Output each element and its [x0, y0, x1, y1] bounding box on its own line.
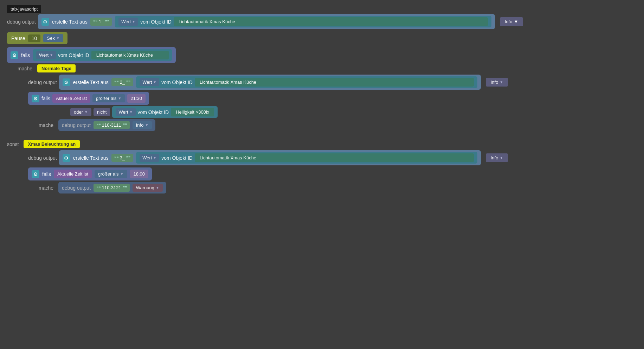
pause-unit-arrow: ▼	[56, 36, 60, 40]
wert-dropdown-1[interactable]: Wert ▼	[118, 18, 138, 26]
aktuelle-zeit-pill-3: Aktuelle Zeit ist	[54, 170, 92, 178]
gear-icon-falls3[interactable]: ⚙	[32, 170, 39, 178]
info-arrow-2: ▼	[500, 80, 503, 84]
info-button-1[interactable]: Info ▼	[500, 17, 523, 26]
close-quote-1: ❞❞	[105, 19, 109, 24]
objid-2[interactable]: Lichtautomatik Xmas Küche	[195, 78, 474, 87]
mache-label-2: mache	[39, 122, 53, 128]
falls-block-2: ⚙ falls Aktuelle Zeit ist größer als ▼ 2…	[28, 92, 149, 105]
wert-dd-4[interactable]: Wert ▼	[140, 154, 159, 162]
wert-block-1: Wert ▼ vom Objekt ID Lichtautomatik Xmas…	[115, 16, 491, 27]
vom-4: vom Objekt ID	[161, 155, 193, 161]
time-pill-3[interactable]: 18:00	[130, 170, 149, 178]
wert-block-falls2: Wert ▼ vom Objekt ID Helligkeit >300lx	[112, 106, 218, 118]
pause-num: 10	[28, 34, 41, 42]
string-pill-5[interactable]: ❝❝ 110-3121 ❞❞	[94, 184, 130, 192]
objid-falls2[interactable]: Helligkeit >300lx	[171, 108, 214, 116]
gear-icon-2[interactable]: ⚙	[63, 78, 70, 86]
debug-block-4: ⚙ erstelle Text aus ❝❝ 3_ ❞❞ Wert ▼ vom …	[59, 150, 481, 165]
falls-condition-1: Wert ▼ vom Objekt ID Lichtautomatik Xmas…	[33, 49, 172, 61]
warn-dropdown-5[interactable]: Warnung ▼	[133, 184, 163, 192]
wert-dd-falls2[interactable]: Wert ▼	[116, 108, 135, 116]
debug-label-5: debug output	[62, 185, 91, 191]
pause-unit-dropdown[interactable]: Sek ▼	[43, 34, 63, 42]
wert-block-4: Wert ▼ vom Objekt ID Lichtautomatik Xmas…	[136, 152, 477, 164]
erstelle-text-2: erstelle Text aus	[73, 80, 109, 85]
debug-block-3: debug output ❝❝ 110-3111 ❞❞ Info ▼	[58, 119, 155, 131]
debug-output-label-2: debug output	[28, 80, 57, 85]
info-button-2[interactable]: Info ▼	[486, 78, 508, 87]
mache-label-3: mache	[39, 185, 53, 191]
vom-falls2: vom Objekt ID	[138, 109, 169, 115]
wert-arrow-1: ▼	[132, 20, 135, 24]
info-arrow-1: ▼	[514, 19, 518, 24]
mache-label-1: mache	[18, 66, 32, 71]
falls-block-3: ⚙ falls Aktuelle Zeit ist größer als ▼ 1…	[28, 167, 152, 180]
string-val-2: 2_	[120, 80, 125, 85]
string-val-5: 110-3121	[102, 185, 121, 190]
debug-block-2: ⚙ erstelle Text aus ❝❝ 2_ ❞❞ Wert ▼ vom …	[59, 75, 481, 90]
string-pill-3[interactable]: ❝❝ 110-3111 ❞❞	[94, 121, 130, 129]
debug-block-1: ⚙ erstelle Text aus ❝❝ 1_ ❞❞ Wert ▼ vom …	[38, 14, 495, 29]
falls-block-1: ⚙ falls Wert ▼ vom Objekt ID Lichtautoma…	[7, 47, 176, 63]
open-quote-1: ❝❝	[93, 19, 97, 24]
gear-icon-falls2[interactable]: ⚙	[32, 95, 39, 102]
time-pill-1[interactable]: 21:30	[127, 94, 146, 103]
string-val-1: 1_	[99, 19, 104, 24]
falls-label-2: falls	[41, 96, 50, 101]
objid-falls1[interactable]: Lichtautomatik Xmas Küche	[91, 51, 169, 59]
vom-2: vom Objekt ID	[161, 80, 193, 85]
info-button-4[interactable]: Info ▼	[486, 153, 508, 162]
erstelle-text-4: erstelle Text aus	[73, 155, 109, 161]
debug-output-label-1: debug output	[7, 19, 36, 25]
string-value-2[interactable]: ❝❝ 2_ ❞❞	[111, 78, 133, 86]
tab-label[interactable]: tab-javascript	[7, 5, 41, 13]
nicht-pill: nicht	[94, 108, 110, 116]
gear-icon-falls1[interactable]: ⚙	[11, 51, 18, 59]
objid-4[interactable]: Lichtautomatik Xmas Küche	[195, 153, 474, 162]
xmas-label: Xmas Beleuchtung an	[24, 140, 80, 148]
debug-block-5: debug output ❝❝ 110-3121 ❞❞ Warnung ▼	[58, 182, 166, 193]
vom-label-falls1: vom Objekt ID	[58, 52, 89, 58]
groesser-dropdown-3[interactable]: größer als ▼	[95, 170, 127, 178]
debug-output-label-4: debug output	[28, 155, 57, 161]
objid-pill-1[interactable]: Lichtautomatik Xmas Küche	[174, 17, 488, 26]
erstelle-text-label-1: erstelle Text aus	[52, 19, 88, 25]
pause-label: Pause	[11, 36, 25, 41]
wert-dd-falls1[interactable]: Wert ▼	[36, 51, 56, 59]
string-value-1[interactable]: ❝❝ 1_ ❞❞	[90, 18, 112, 26]
aktuelle-zeit-pill: Aktuelle Zeit ist	[52, 94, 90, 103]
normale-tage-label: Normale Tage	[37, 64, 76, 72]
falls-label-1: falls	[21, 52, 30, 58]
falls-label-3: falls	[42, 171, 51, 177]
wert-dd-2[interactable]: Wert ▼	[140, 78, 159, 86]
debug-label-3: debug output	[62, 122, 91, 128]
gear-icon-1[interactable]: ⚙	[41, 18, 49, 26]
string-val-3: 110-3111	[102, 122, 121, 128]
gear-icon-4[interactable]: ⚙	[63, 154, 70, 162]
wert-block-2: Wert ▼ vom Objekt ID Lichtautomatik Xmas…	[136, 76, 477, 88]
oder-pill[interactable]: oder ▼	[70, 108, 91, 116]
vom-label-1: vom Objekt ID	[140, 19, 172, 25]
info-dropdown-3[interactable]: Info ▼	[133, 121, 152, 129]
pause-block: Pause 10 Sek ▼	[7, 32, 67, 44]
sonst-label: sonst	[7, 141, 19, 147]
string-val-4: 3_	[120, 155, 125, 160]
groesser-dropdown[interactable]: größer als ▼	[92, 94, 125, 102]
string-value-4[interactable]: ❝❝ 3_ ❞❞	[111, 154, 133, 162]
